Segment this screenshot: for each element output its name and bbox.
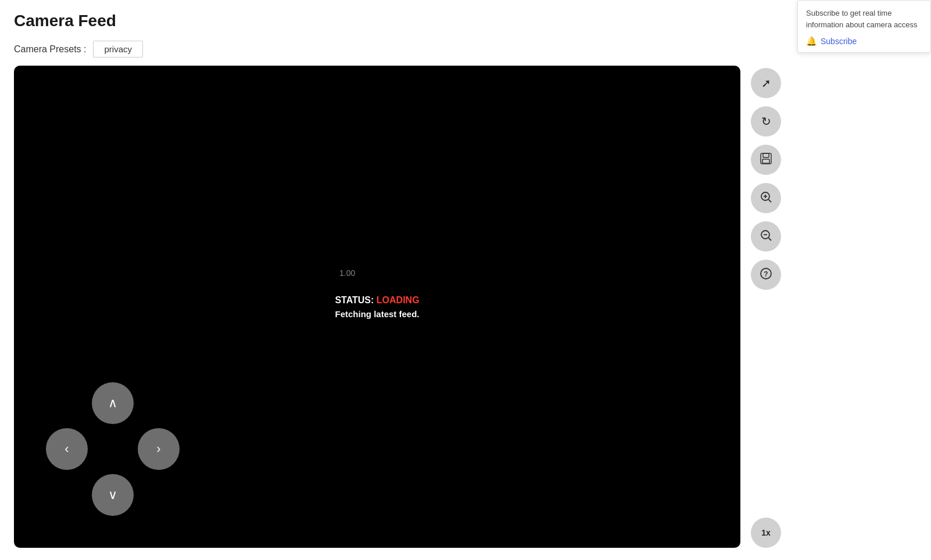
pan-up-button[interactable]: ∧ — [92, 382, 134, 424]
svg-rect-1 — [763, 153, 769, 157]
zoom-in-icon — [760, 191, 772, 206]
pan-down-button[interactable]: ∨ — [92, 474, 134, 516]
status-label: STATUS: — [335, 295, 374, 305]
zoom-indicator: 1.00 — [339, 268, 355, 278]
refresh-icon: ↻ — [761, 114, 771, 128]
refresh-button[interactable]: ↻ — [751, 106, 781, 137]
zoom-in-button[interactable] — [751, 183, 781, 213]
page-container: Camera Feed Camera Presets : privacy Sub… — [0, 0, 931, 560]
svg-text:?: ? — [764, 270, 768, 278]
camera-area-wrapper: 1.00 STATUS: LOADING Fetching latest fee… — [14, 66, 917, 548]
zoom-level-button[interactable]: 1x — [751, 518, 781, 548]
svg-line-6 — [769, 199, 772, 202]
fullscreen-button[interactable]: ➚ — [751, 68, 781, 98]
svg-rect-2 — [762, 159, 769, 163]
subscribe-button-label: Subscribe — [821, 37, 857, 46]
presets-label: Camera Presets : — [14, 44, 86, 55]
help-icon: ? — [760, 267, 772, 283]
bell-icon: 🔔 — [806, 36, 817, 46]
status-line: STATUS: LOADING — [335, 295, 419, 306]
pan-right-button[interactable]: › — [138, 428, 180, 470]
subscribe-button[interactable]: 🔔 Subscribe — [806, 36, 857, 46]
subscribe-popover-text: Subscribe to get real time information a… — [806, 8, 922, 30]
save-button[interactable] — [751, 145, 781, 175]
zoom-out-icon — [760, 229, 772, 245]
presets-row: Camera Presets : privacy — [14, 41, 917, 58]
preset-tab-privacy[interactable]: privacy — [93, 41, 143, 58]
zoom-out-button[interactable] — [751, 221, 781, 252]
right-toolbar: ➚ ↻ — [740, 66, 781, 548]
fetching-text: Fetching latest feed. — [335, 309, 419, 319]
help-button[interactable]: ? — [751, 260, 781, 290]
page-title: Camera Feed — [14, 12, 917, 30]
status-text: STATUS: LOADING Fetching latest feed. — [335, 295, 419, 319]
camera-feed: 1.00 STATUS: LOADING Fetching latest fee… — [14, 66, 740, 548]
svg-line-9 — [769, 238, 772, 240]
fullscreen-icon: ➚ — [761, 76, 771, 90]
subscribe-popover: Subscribe to get real time information a… — [797, 0, 931, 53]
pan-left-button[interactable]: ‹ — [46, 428, 88, 470]
status-loading-value: LOADING — [377, 295, 420, 305]
directional-controls: ∧ ‹ › ∨ — [46, 382, 180, 516]
save-icon — [760, 152, 772, 168]
